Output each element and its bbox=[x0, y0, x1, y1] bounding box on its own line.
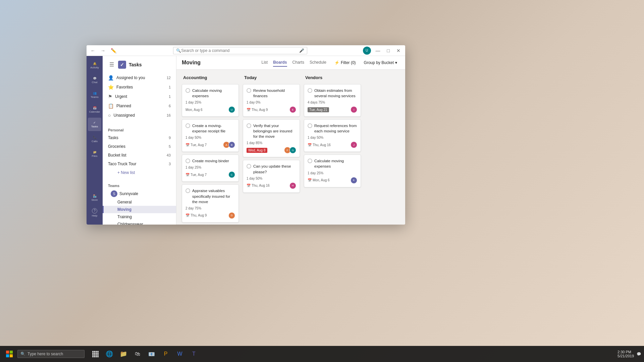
user-avatar[interactable]: U bbox=[363, 47, 371, 55]
avatar-group: C bbox=[228, 171, 235, 178]
card-calc-expenses[interactable]: Calculate moving expenses 1 day 25% Mon,… bbox=[182, 84, 239, 117]
card-date-text: Thu, Aug 16 bbox=[252, 184, 270, 187]
taskbar-outlook[interactable]: 📧 bbox=[145, 347, 158, 361]
card-moving-binder[interactable]: Create moving binder 1 day 25% 📅 Tue, Au… bbox=[182, 155, 239, 182]
card-meta: 1 day 85% bbox=[247, 141, 296, 145]
card-check-row: Appraise valuables specifically insured … bbox=[185, 188, 235, 204]
icon-sidebar-bottom: 🏪 Store ? Help bbox=[88, 191, 101, 222]
card-checkbox[interactable] bbox=[185, 188, 190, 193]
sub-item-moving[interactable]: Moving bbox=[103, 206, 176, 213]
card-footer: Tue, Aug 21 I bbox=[308, 106, 357, 113]
nav-item-bucket-list[interactable]: Bucket list 43 bbox=[103, 151, 176, 160]
bucket-list-label: Bucket list bbox=[108, 153, 126, 158]
team-sunnyvale[interactable]: S Sunnyvale bbox=[103, 189, 176, 198]
taskbar-date: 5/21/2019 bbox=[618, 354, 634, 358]
taskbar-teams[interactable]: T bbox=[187, 347, 201, 361]
taskbar-folder[interactable]: 📁 bbox=[117, 347, 130, 361]
card-checkbox[interactable] bbox=[308, 88, 312, 93]
card-date: 📅 Tue, Aug 7 bbox=[185, 143, 207, 147]
start-button[interactable] bbox=[3, 347, 16, 361]
title-bar-left: ← → ✏️ bbox=[89, 47, 118, 54]
search-input[interactable] bbox=[181, 48, 299, 53]
sidebar-item-calls[interactable]: 📞 Calls bbox=[88, 132, 101, 146]
filter-button[interactable]: ⚡ Filter (0) bbox=[332, 59, 359, 66]
hamburger-button[interactable]: ☰ bbox=[108, 60, 115, 69]
files-label: Files bbox=[92, 155, 98, 158]
card-request-references[interactable]: Request references from each moving serv… bbox=[304, 119, 361, 152]
teams-label: Teams bbox=[91, 96, 99, 99]
card-review-finances[interactable]: Review household finances 1 day 0% 📅 Thu… bbox=[243, 84, 300, 117]
nav-item-groceries[interactable]: Groceries 5 bbox=[103, 142, 176, 151]
nav-item-planned[interactable]: 📋 Planned 6 bbox=[103, 101, 176, 111]
nav-item-favorites[interactable]: ⭐ Favorites 1 bbox=[103, 82, 176, 92]
sidebar-item-activity[interactable]: 🔔 Activity bbox=[88, 59, 101, 72]
icon-sidebar: 🔔 Activity 💬 Chat 👥 Teams 📅 Calendar ✓ bbox=[87, 56, 103, 225]
taskbar-search[interactable]: 🔍 Type here to search bbox=[17, 350, 85, 358]
card-obtain-estimates[interactable]: Obtain estimates from several moving ser… bbox=[304, 84, 361, 117]
card-meta: 1 day 25% bbox=[185, 101, 235, 104]
card-update-please[interactable]: Can you update these please? 1 day 50% 📅… bbox=[243, 160, 300, 192]
nav-item-assigned[interactable]: 👤 Assigned to you 12 bbox=[103, 73, 176, 82]
nav-item-assigned-label: Assigned to you bbox=[116, 75, 145, 80]
sub-item-training[interactable]: Training bbox=[103, 213, 176, 221]
sidebar-item-chat[interactable]: 💬 Chat bbox=[88, 73, 101, 87]
filter-label: Filter (0) bbox=[341, 60, 356, 65]
card-checkbox[interactable] bbox=[308, 159, 312, 163]
minimize-button[interactable]: — bbox=[374, 47, 382, 54]
card-receipt-file[interactable]: Create a moving-expense receipt file 1 d… bbox=[182, 119, 239, 152]
main-content: Moving List Boards Charts Schedule ⚡ Fil… bbox=[176, 56, 405, 225]
maximize-button[interactable]: □ bbox=[385, 47, 392, 54]
edit-button[interactable]: ✏️ bbox=[109, 47, 118, 54]
card-verify-insured[interactable]: Verify that your belongings are insured … bbox=[243, 119, 300, 157]
back-button[interactable]: ← bbox=[89, 47, 97, 54]
sub-item-general[interactable]: General bbox=[103, 198, 176, 206]
nav-item-urgent[interactable]: ⚑ Urgent 1 bbox=[103, 92, 176, 101]
sidebar-item-calendar[interactable]: 📅 Calendar bbox=[88, 103, 101, 116]
activity-icon: 🔔 bbox=[93, 62, 97, 65]
card-calc-expenses-2[interactable]: Calculate moving expenses 1 day 25% 📅 Mo… bbox=[304, 155, 361, 187]
avatar-1: D bbox=[228, 212, 235, 219]
notification-icon[interactable]: 💬 bbox=[637, 352, 641, 356]
nav-item-taco-truck[interactable]: Taco Truck Tour 3 bbox=[103, 160, 176, 168]
tab-list[interactable]: List bbox=[262, 59, 268, 67]
search-bar[interactable]: 🔍 🎤 bbox=[173, 47, 307, 54]
tab-charts[interactable]: Charts bbox=[292, 59, 304, 67]
card-checkbox[interactable] bbox=[185, 123, 190, 128]
card-checkbox[interactable] bbox=[185, 88, 190, 93]
taskbar-grid-icon[interactable] bbox=[89, 347, 102, 361]
favorites-count: 1 bbox=[169, 85, 171, 89]
card-footer: 📅 Tue, Aug 7 A B bbox=[185, 141, 235, 148]
card-checkbox[interactable] bbox=[185, 159, 190, 163]
forward-button[interactable]: → bbox=[99, 47, 107, 54]
sidebar-item-teams[interactable]: 👥 Teams bbox=[88, 88, 101, 102]
sidebar-item-tasks[interactable]: ✓ Tasks bbox=[88, 118, 101, 131]
taskbar-word[interactable]: W bbox=[173, 347, 186, 361]
close-button[interactable]: ✕ bbox=[394, 47, 402, 54]
taskbar-powerpoint[interactable]: P bbox=[159, 347, 172, 361]
calendar-icon: 📅 bbox=[247, 184, 251, 187]
sidebar-item-store[interactable]: 🏪 Store bbox=[88, 191, 101, 204]
nav-item-unassigned[interactable]: ○ Unassigned 16 bbox=[103, 111, 176, 120]
tab-boards[interactable]: Boards bbox=[273, 59, 287, 67]
card-checkbox[interactable] bbox=[308, 123, 312, 128]
card-title: Calculate moving expenses bbox=[314, 158, 357, 169]
nav-item-tasks-personal[interactable]: Tasks 9 bbox=[103, 133, 176, 142]
card-checkbox[interactable] bbox=[247, 88, 251, 93]
card-checkbox[interactable] bbox=[247, 164, 251, 169]
sub-item-childrenswear[interactable]: Childrenswear bbox=[103, 221, 176, 225]
sidebar-item-help[interactable]: ? Help bbox=[88, 206, 101, 219]
sidebar-item-files[interactable]: 📁 Files bbox=[88, 147, 101, 161]
card-title: Can you update these please? bbox=[253, 164, 296, 174]
nav-menu-section: 👤 Assigned to you 12 ⭐ Favorites 1 ⚑ Urg… bbox=[103, 72, 176, 121]
card-appraise-valuables[interactable]: Appraise valuables specifically insured … bbox=[182, 184, 239, 222]
taskbar-store[interactable]: 🛍 bbox=[131, 347, 144, 361]
tab-schedule[interactable]: Schedule bbox=[310, 59, 326, 67]
card-checkbox[interactable] bbox=[247, 123, 251, 128]
taskbar-edge[interactable]: 🌐 bbox=[103, 347, 116, 361]
nav-panel: ☰ ✓ Tasks 👤 Assigned to you 12 ⭐ Favorit… bbox=[103, 56, 176, 225]
group-by-button[interactable]: Group by Bucket ▾ bbox=[361, 59, 400, 66]
svg-rect-10 bbox=[96, 353, 97, 354]
nav-panel-header: ☰ ✓ Tasks bbox=[103, 56, 176, 72]
add-list-button[interactable]: + New list bbox=[103, 168, 176, 177]
avatar-2: B bbox=[228, 141, 235, 148]
